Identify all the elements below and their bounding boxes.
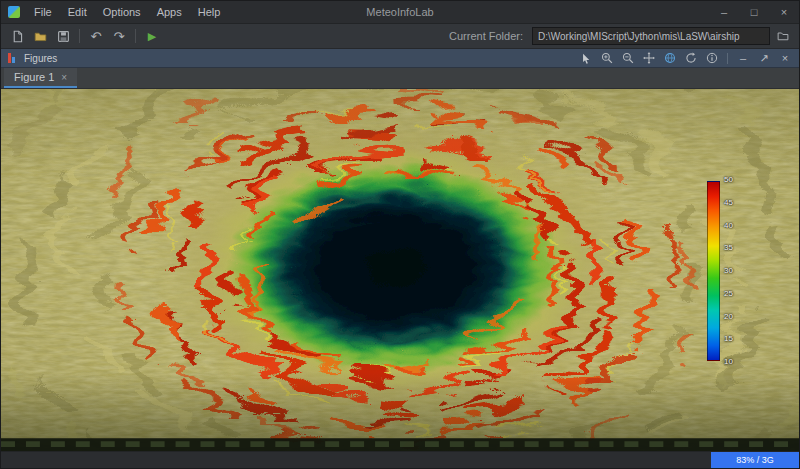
tab-close-icon[interactable]: × <box>61 72 67 83</box>
panel-close-button[interactable]: × <box>778 51 792 65</box>
open-file-button[interactable] <box>30 26 50 46</box>
toolbar-separator <box>79 29 80 43</box>
zoom-in-icon <box>601 52 613 64</box>
redo-icon: ↷ <box>114 30 125 43</box>
zoom-out-button[interactable] <box>621 51 635 65</box>
colorbar-tick: 45 <box>724 199 733 207</box>
zoom-out-icon <box>622 52 634 64</box>
window-controls: – □ × <box>709 1 799 23</box>
main-toolbar: ↶ ↷ ▶ Current Folder: <box>1 24 799 49</box>
redo-button[interactable]: ↷ <box>109 26 129 46</box>
titlebar: File Edit Options Apps Help MeteoInfoLab… <box>1 1 799 24</box>
panel-float-icon: ↗ <box>759 53 768 64</box>
colorbar-tick: 15 <box>724 335 733 343</box>
panel-close-icon: × <box>782 53 788 64</box>
menu-options[interactable]: Options <box>95 1 149 23</box>
menu-file[interactable]: File <box>26 1 60 23</box>
figures-panel-header: Figures – ↗ <box>1 49 799 68</box>
pan-icon <box>643 52 655 64</box>
figures-panel-icon <box>8 53 18 63</box>
panel-float-button[interactable]: ↗ <box>757 51 771 65</box>
cursor-arrow-icon <box>581 53 592 64</box>
colorbar-tick-labels: 50 45 40 35 30 25 20 15 10 <box>724 176 733 366</box>
select-tool-button[interactable] <box>579 51 593 65</box>
panel-minimize-icon: – <box>740 53 746 64</box>
new-script-button[interactable] <box>7 26 27 46</box>
zoom-in-button[interactable] <box>600 51 614 65</box>
figure-canvas[interactable]: 50 45 40 35 30 25 20 15 10 <box>1 89 799 451</box>
info-icon <box>706 52 718 64</box>
toolbar-separator <box>135 29 136 43</box>
full-extent-button[interactable] <box>663 51 677 65</box>
menu-help[interactable]: Help <box>190 1 229 23</box>
save-button[interactable] <box>53 26 73 46</box>
rotate-icon <box>685 52 697 64</box>
browse-folder-icon <box>777 30 789 42</box>
pan-tool-button[interactable] <box>642 51 656 65</box>
colorbar-tick: 25 <box>724 290 733 298</box>
menubar: File Edit Options Apps Help <box>26 1 228 23</box>
colorbar-tick: 40 <box>724 222 733 230</box>
current-folder-input[interactable] <box>532 27 770 45</box>
typhoon-3d-visualization <box>1 89 799 451</box>
undo-icon: ↶ <box>91 30 102 43</box>
figure-tabbar: Figure 1 × <box>1 68 799 89</box>
browse-folder-button[interactable] <box>773 26 793 46</box>
identify-tool-button[interactable] <box>705 51 719 65</box>
rotate-tool-button[interactable] <box>684 51 698 65</box>
open-folder-icon <box>34 30 47 43</box>
figures-toolbar: – ↗ × <box>579 51 792 65</box>
new-file-icon <box>11 30 24 43</box>
colorbar-tick: 20 <box>724 313 733 321</box>
meteoinfolab-window: File Edit Options Apps Help MeteoInfoLab… <box>0 0 800 469</box>
menu-edit[interactable]: Edit <box>60 1 95 23</box>
colorbar-gradient <box>707 181 720 361</box>
tab-figure-1[interactable]: Figure 1 × <box>4 68 77 88</box>
app-icon <box>8 6 20 18</box>
colorbar-tick: 35 <box>724 244 733 252</box>
figures-toolbar-divider <box>727 53 728 64</box>
colorbar-tick: 30 <box>724 267 733 275</box>
memory-usage-badge[interactable]: 83% / 3G <box>711 452 799 468</box>
tab-label: Figure 1 <box>14 71 54 83</box>
current-folder-label: Current Folder: <box>449 30 523 42</box>
run-icon: ▶ <box>148 31 156 42</box>
run-script-button[interactable]: ▶ <box>142 26 162 46</box>
colorbar-tick: 10 <box>724 358 733 366</box>
colorbar-tick: 50 <box>724 176 733 184</box>
save-icon <box>57 30 70 43</box>
menu-apps[interactable]: Apps <box>149 1 190 23</box>
window-maximize-button[interactable]: □ <box>739 1 769 23</box>
panel-minimize-button[interactable]: – <box>736 51 750 65</box>
window-close-button[interactable]: × <box>769 1 799 23</box>
statusbar: 83% / 3G <box>1 451 799 468</box>
figures-panel-title: Figures <box>24 53 57 64</box>
window-minimize-button[interactable]: – <box>709 1 739 23</box>
globe-icon <box>664 52 676 64</box>
undo-button[interactable]: ↶ <box>86 26 106 46</box>
